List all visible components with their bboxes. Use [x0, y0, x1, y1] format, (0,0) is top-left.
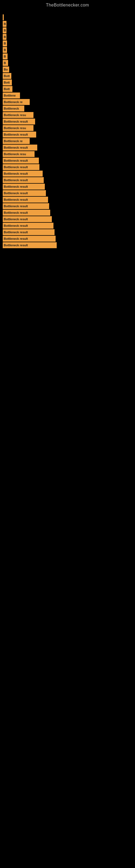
bar: Bottleneck result	[3, 229, 54, 235]
bar-item: B	[3, 40, 132, 46]
bar-item: Bottleneck result	[3, 203, 132, 209]
bar-label: Bottleneck resu	[4, 113, 26, 117]
bar-item: Bottleneck result	[3, 223, 132, 229]
bar: Bottleneck result	[3, 131, 36, 137]
bar-item: Bottleneck result	[3, 242, 132, 248]
bar: Bottleneck result	[3, 184, 45, 190]
bar-label: Bottlene	[4, 94, 16, 97]
bar-item: Bottleneck result	[3, 236, 132, 242]
bar-item: Bo	[3, 66, 132, 72]
bar	[3, 14, 4, 20]
bar-label: B	[4, 22, 6, 26]
bar-item: B	[3, 60, 132, 66]
bar: Bottleneck result	[3, 170, 43, 177]
bar-item: Bottleneck result	[3, 145, 132, 151]
bar-item: Bottleneck result	[3, 197, 132, 203]
bar-item: Bottleneck re	[3, 99, 132, 105]
bar: Bott	[3, 73, 11, 79]
bar-label: Bott	[4, 87, 10, 91]
bar: B	[3, 21, 6, 27]
bar: Bottleneck resu	[3, 125, 34, 131]
bar-label: Bottleneck result	[4, 159, 28, 162]
bar-label: Bottleneck resu	[4, 152, 26, 156]
bar-item: Bottleneck result	[3, 216, 132, 222]
bar: Bottleneck result	[3, 242, 57, 248]
bar-item: Bottleneck result	[3, 158, 132, 163]
bar: Bottleneck result	[3, 158, 39, 163]
bar-label: Bottleneck result	[4, 179, 28, 182]
bar-item: B	[3, 27, 132, 33]
bar: Bottleneck result	[3, 197, 48, 203]
bar-label: B	[4, 55, 6, 58]
bar-label: Bottleneck result	[4, 120, 28, 123]
bar: Bottleneck re	[3, 99, 30, 105]
bar: Bottleneck resu	[3, 151, 35, 157]
bar-label: B	[4, 29, 6, 32]
bar-item: Bottleneck resu	[3, 112, 132, 118]
bar-item: Bottleneck result	[3, 170, 132, 177]
bar: Bottleneck result	[3, 223, 53, 229]
bar-label: Bottleneck result	[4, 198, 28, 201]
site-title: TheBottlenecker.com	[0, 0, 135, 9]
bar-item	[3, 14, 132, 20]
bar-item: Bottleneck	[3, 105, 132, 112]
bar-label: Bottleneck result	[4, 172, 28, 175]
bar-label: B	[4, 61, 6, 65]
bar: Bottleneck result	[3, 177, 44, 183]
bar: B	[3, 60, 8, 66]
bar-label: Bottleneck result	[4, 185, 28, 188]
bar-item: Bottleneck result	[3, 184, 132, 190]
bar-label: Bottleneck result	[4, 230, 28, 234]
bar-item: Bottleneck resu	[3, 151, 132, 157]
bar-item: Bott	[3, 73, 132, 79]
bar: Bottleneck result	[3, 210, 50, 216]
bar: Bottleneck result	[3, 190, 46, 196]
bar-label: Bott	[4, 74, 10, 78]
bar: B	[3, 47, 7, 53]
bar: Bottleneck result	[3, 236, 56, 242]
bar-item: B	[3, 34, 132, 40]
bar: B	[3, 54, 8, 59]
bar: B	[3, 27, 6, 33]
bar-item: Bottleneck result	[3, 177, 132, 183]
bar-item: Bottleneck re	[3, 138, 132, 144]
bar: Bottleneck result	[3, 119, 35, 124]
bar-item: Bottleneck result	[3, 164, 132, 170]
bar-item: Bottleneck result	[3, 190, 132, 196]
bar-item: B	[3, 54, 132, 59]
bar: B	[3, 40, 7, 46]
bar-label: Bottleneck	[4, 107, 19, 110]
bar-item: Bott	[3, 86, 132, 92]
bar: Bottleneck result	[3, 145, 37, 151]
bar-item: B	[3, 47, 132, 53]
bar: Bott	[3, 86, 12, 92]
bar-item: Bottleneck result	[3, 210, 132, 216]
bar-item: B	[3, 21, 132, 27]
bar-label: Bottleneck result	[4, 218, 28, 221]
bar: Bo	[3, 66, 9, 72]
bar-label: B	[4, 48, 6, 52]
bar-label: Bottleneck result	[4, 244, 28, 247]
bar-label: Bottleneck result	[4, 205, 28, 208]
bar: Bottleneck re	[3, 138, 30, 144]
bar-label: B	[4, 35, 6, 38]
bar: Bottleneck result	[3, 216, 52, 222]
bar-item: Bottleneck resu	[3, 125, 132, 131]
bar-label: Bottleneck result	[4, 224, 28, 227]
bar-label: Bottleneck result	[4, 165, 28, 169]
bar-item: Bottleneck result	[3, 229, 132, 235]
bar-item: Bottlene	[3, 93, 132, 98]
bar: Bottlene	[3, 93, 20, 98]
bar-label: Bott	[4, 81, 10, 84]
bar-label: Bottleneck result	[4, 146, 28, 149]
bar-item: Bottleneck result	[3, 119, 132, 124]
bar-label: Bottleneck result	[4, 211, 28, 214]
bar-label: Bo	[4, 68, 8, 71]
bar-label: B	[4, 42, 6, 45]
bar-item: Bott	[3, 80, 132, 86]
bar: Bott	[3, 80, 12, 86]
bar-label: Bottleneck resu	[4, 126, 26, 130]
bar-label: Bottleneck result	[4, 191, 28, 195]
bars-container: BBBBBBBBoBottBottBottBottleneBottleneck …	[0, 9, 135, 251]
bar-item: Bottleneck result	[3, 131, 132, 137]
